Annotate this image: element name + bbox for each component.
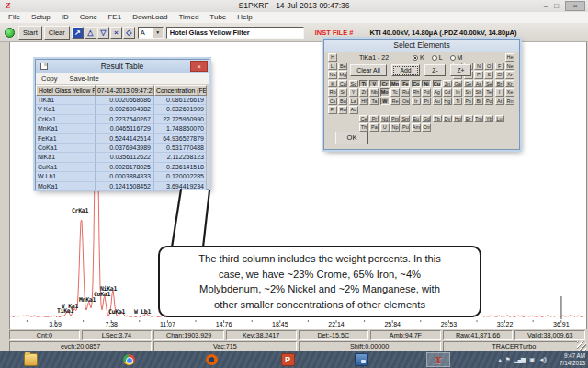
element-zn[interactable]: Zn xyxy=(443,80,452,88)
radio-l[interactable]: L xyxy=(432,54,443,61)
element-p[interactable]: P xyxy=(474,71,483,79)
element-rh[interactable]: Rh xyxy=(412,88,421,97)
element-br[interactable]: Br xyxy=(495,80,504,88)
network-icon[interactable]: ▂▄▆ xyxy=(514,352,525,367)
element-ra[interactable]: Ra xyxy=(338,106,347,114)
element-os[interactable]: Os xyxy=(401,98,410,106)
element-tm[interactable]: Tm xyxy=(474,115,483,123)
radio-m[interactable]: M xyxy=(450,54,463,61)
close-button[interactable]: × xyxy=(565,1,585,11)
diamond-icon[interactable]: ◇ xyxy=(123,27,135,39)
element-pu[interactable]: Pu xyxy=(401,123,410,132)
ok-button[interactable]: OK xyxy=(335,132,368,144)
result-menu-copy[interactable]: Copy xyxy=(41,75,58,83)
element-f[interactable]: F xyxy=(495,63,504,71)
element-dy[interactable]: Dy xyxy=(443,115,452,123)
table-row[interactable]: MoKa10.12415084523.694419234 xyxy=(36,182,209,191)
element-u[interactable]: U xyxy=(380,123,390,132)
element-ba[interactable]: Ba xyxy=(338,98,347,106)
z-plus-button[interactable]: Z+ xyxy=(450,64,471,76)
element-po[interactable]: Po xyxy=(484,98,493,106)
element-bi[interactable]: Bi xyxy=(474,98,483,106)
table-row[interactable]: TiKa10.00205686860.086126619 xyxy=(36,96,209,105)
table-row[interactable]: CoKa10.03769439890.531770488 xyxy=(36,144,209,153)
s1pxrf-icon[interactable] xyxy=(426,352,450,367)
volume-icon[interactable]: ◄)) xyxy=(538,352,546,367)
element-pm[interactable]: Pm xyxy=(390,115,400,123)
table-row[interactable]: V Ka10.00260043820.032601909 xyxy=(36,105,209,114)
element-v[interactable]: V xyxy=(369,80,379,88)
element-ne[interactable]: Ne xyxy=(505,63,514,71)
element-at[interactable]: At xyxy=(495,98,504,106)
menu-download[interactable]: DownLoad xyxy=(127,12,173,23)
minimize-button[interactable]: – xyxy=(544,1,548,12)
nav-arrow-icon[interactable]: ↗ xyxy=(72,27,84,39)
element-ca[interactable]: Ca xyxy=(338,80,347,88)
element-na[interactable]: Na xyxy=(328,71,337,79)
element-cu[interactable]: Cu xyxy=(433,80,442,88)
element-ir[interactable]: Ir xyxy=(412,98,421,106)
element-rb[interactable]: Rb xyxy=(328,88,337,97)
element-pt[interactable]: Pt xyxy=(422,98,431,106)
element-s[interactable]: S xyxy=(484,71,493,79)
firefox-icon[interactable] xyxy=(199,352,223,367)
element-lu[interactable]: Lu xyxy=(495,115,504,123)
element-se[interactable]: Se xyxy=(484,80,493,88)
element-co[interactable]: Co xyxy=(412,80,421,88)
element-sm[interactable]: Sm xyxy=(401,115,410,123)
table-row[interactable]: W Lb10.00038843330.120002285 xyxy=(36,172,209,181)
element-ar[interactable]: Ar xyxy=(505,71,514,79)
element-mg[interactable]: Mg xyxy=(338,71,347,79)
file-explorer-icon[interactable] xyxy=(18,352,42,367)
element-he[interactable]: He xyxy=(505,53,514,62)
triangle-up-icon[interactable]: △ xyxy=(85,27,96,39)
menu-timed[interactable]: Timed xyxy=(173,12,204,23)
element-ag[interactable]: Ag xyxy=(433,88,442,97)
z-minus-button[interactable]: Z- xyxy=(424,64,446,76)
element-ho[interactable]: Ho xyxy=(453,115,462,123)
element-sr[interactable]: Sr xyxy=(338,88,347,97)
hidden-icons-icon[interactable]: ▴ xyxy=(498,352,500,367)
element-kr[interactable]: Kr xyxy=(505,80,514,88)
element-cd[interactable]: Cd xyxy=(443,88,452,97)
element-pd[interactable]: Pd xyxy=(422,88,431,97)
menu-conc[interactable]: Conc xyxy=(74,12,103,23)
radio-k[interactable]: K xyxy=(413,54,424,61)
element-ga[interactable]: Ga xyxy=(453,80,462,88)
chrome-icon[interactable] xyxy=(117,352,141,367)
menu-help[interactable]: Help xyxy=(232,12,257,23)
element-ti[interactable]: Ti xyxy=(359,80,368,88)
element-pb[interactable]: Pb xyxy=(464,98,473,106)
element-cr[interactable]: Cr xyxy=(380,80,390,88)
sample-name-input[interactable] xyxy=(166,27,304,39)
powerpoint-icon[interactable] xyxy=(276,352,300,367)
element-k[interactable]: K xyxy=(328,80,337,88)
element-zr[interactable]: Zr xyxy=(359,88,368,97)
table-row[interactable]: FeKa10.524414251464.936527879 xyxy=(36,134,209,144)
element-i[interactable]: I xyxy=(495,88,504,97)
element-cs[interactable]: Cs xyxy=(328,98,337,106)
element-as[interactable]: As xyxy=(474,80,483,88)
element-au[interactable]: Au xyxy=(433,98,442,106)
element-h[interactable]: H xyxy=(328,53,337,62)
element-ce[interactable]: Ce xyxy=(359,115,368,123)
element-sb[interactable]: Sb xyxy=(474,88,483,97)
element-fr[interactable]: Fr xyxy=(328,106,337,114)
menu-setup[interactable]: Setup xyxy=(26,12,56,23)
element-la[interactable]: La xyxy=(349,98,358,106)
triangle-down-icon[interactable]: ▽ xyxy=(97,27,109,39)
element-ac[interactable]: Ac xyxy=(349,106,358,114)
element-nd[interactable]: Nd xyxy=(380,115,390,123)
element-ta[interactable]: Ta xyxy=(369,98,379,106)
element-pr[interactable]: Pr xyxy=(369,115,379,123)
element-hg[interactable]: Hg xyxy=(443,98,452,106)
element-am[interactable]: Am xyxy=(412,123,421,132)
blue-app-icon[interactable] xyxy=(349,352,373,367)
element-fe[interactable]: Fe xyxy=(401,80,410,88)
element-rn[interactable]: Rn xyxy=(505,98,514,106)
clear-button[interactable]: Clear xyxy=(44,26,70,40)
element-te[interactable]: Te xyxy=(484,88,493,97)
element-tb[interactable]: Tb xyxy=(433,115,442,123)
element-np[interactable]: Np xyxy=(390,123,400,132)
element-er[interactable]: Er xyxy=(464,115,473,123)
